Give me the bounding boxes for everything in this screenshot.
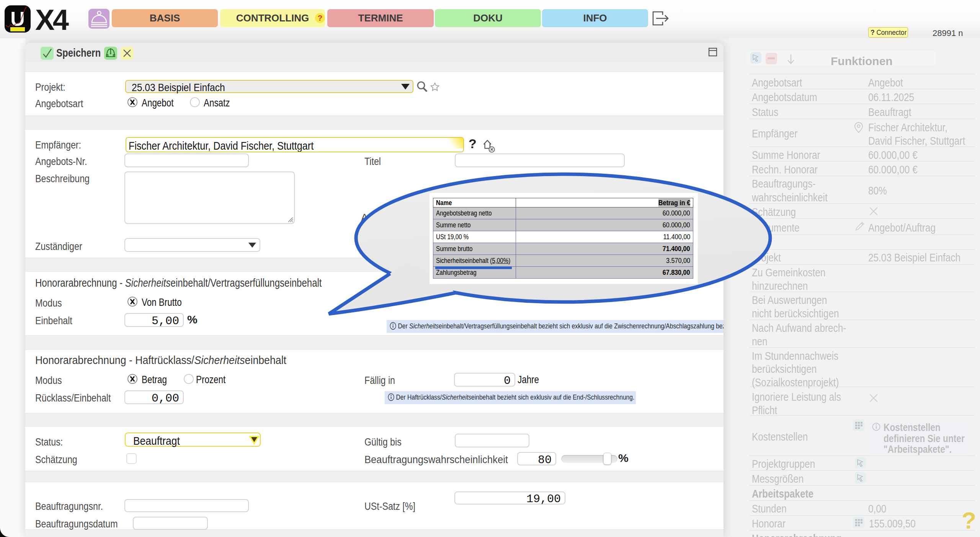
svg-text:U: U (10, 8, 25, 30)
